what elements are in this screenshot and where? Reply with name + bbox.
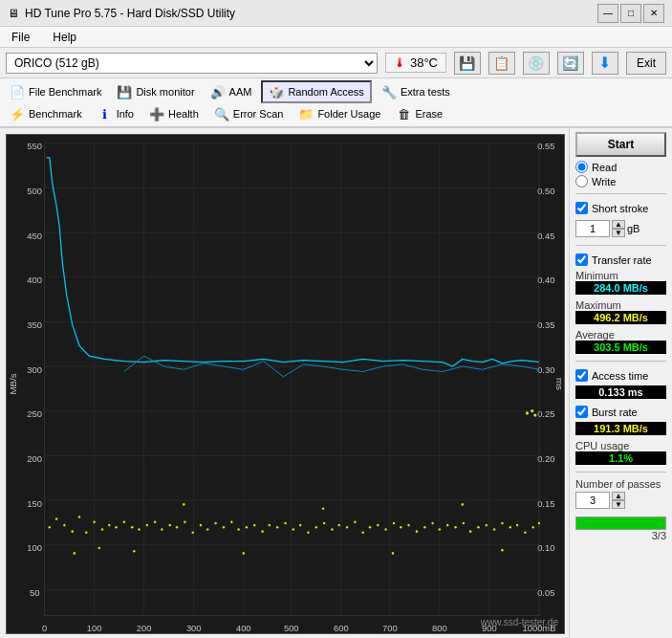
access-time-checkbox[interactable] xyxy=(575,369,588,382)
toolbar-erase[interactable]: 🗑 Erase xyxy=(390,104,448,123)
short-stroke-input[interactable] xyxy=(575,220,610,237)
svg-point-117 xyxy=(493,528,495,531)
svg-point-71 xyxy=(138,528,140,531)
spin-buttons: ▲ ▼ xyxy=(612,220,625,237)
minimize-button[interactable]: — xyxy=(597,4,618,23)
toolbar-info[interactable]: ℹ Info xyxy=(92,104,140,123)
svg-text:0: 0 xyxy=(42,623,47,633)
svg-text:200: 200 xyxy=(137,623,152,633)
short-stroke-spin-up[interactable]: ▲ xyxy=(612,220,625,229)
svg-point-135 xyxy=(533,413,536,416)
divider-4 xyxy=(575,472,666,473)
burst-rate-checkbox[interactable] xyxy=(575,406,588,418)
icon-btn-1[interactable]: 💾 xyxy=(454,52,481,75)
passes-spin-up[interactable]: ▲ xyxy=(612,492,625,500)
toolbar-folder-usage[interactable]: 📁 Folder Usage xyxy=(293,104,386,123)
svg-text:550: 550 xyxy=(27,141,42,151)
short-stroke-spin-down[interactable]: ▼ xyxy=(612,229,625,237)
short-stroke-check-label[interactable]: Short stroke xyxy=(575,202,666,214)
transfer-rate-check-label[interactable]: Transfer rate xyxy=(575,253,666,266)
svg-point-126 xyxy=(133,550,135,553)
icon-btn-2[interactable]: 📋 xyxy=(488,52,515,75)
write-label: Write xyxy=(592,176,616,187)
toolbar-random-access[interactable]: 🎲 Random Access xyxy=(261,80,371,103)
toolbar-error-scan-label: Error Scan xyxy=(233,108,284,120)
svg-text:0.50: 0.50 xyxy=(537,186,554,196)
toolbar: 📄 File Benchmark 💾 Disk monitor 🔊 AAM 🎲 … xyxy=(0,78,672,128)
device-selector[interactable]: ORICO (512 gB) xyxy=(6,53,378,74)
main-content: 550 500 450 400 350 300 250 200 150 100 … xyxy=(0,128,672,638)
icon-btn-5[interactable]: ⬇ xyxy=(592,52,618,75)
read-radio-label[interactable]: Read xyxy=(575,161,666,173)
access-time-value: 0.133 ms xyxy=(575,385,666,399)
svg-point-120 xyxy=(516,524,518,527)
svg-point-105 xyxy=(400,526,401,529)
toolbar-aam[interactable]: 🔊 AAM xyxy=(205,80,258,103)
passes-spin-row: ▲ ▼ xyxy=(575,492,666,509)
svg-point-72 xyxy=(146,524,148,527)
short-stroke-checkbox[interactable] xyxy=(575,202,588,214)
toolbar-benchmark[interactable]: ⚡ Benchmark xyxy=(4,104,88,123)
svg-point-99 xyxy=(354,521,356,524)
svg-text:0.25: 0.25 xyxy=(537,408,554,419)
svg-point-74 xyxy=(161,528,163,531)
chart-container: 550 500 450 400 350 300 250 200 150 100 … xyxy=(6,134,565,634)
passes-spin-buttons: ▲ ▼ xyxy=(612,492,625,509)
svg-point-93 xyxy=(307,531,309,534)
transfer-rate-checkbox[interactable] xyxy=(575,253,588,266)
svg-point-86 xyxy=(253,524,255,527)
toolbar-error-scan[interactable]: 🔍 Error Scan xyxy=(208,104,290,123)
svg-text:350: 350 xyxy=(27,319,42,330)
icon-btn-4[interactable]: 🔄 xyxy=(557,52,584,75)
start-button[interactable]: Start xyxy=(575,132,666,157)
toolbar-extra-tests[interactable]: 🔧 Extra tests xyxy=(376,80,456,103)
icon-btn-3[interactable]: 💿 xyxy=(523,52,550,75)
menu-help[interactable]: Help xyxy=(49,30,80,45)
close-button[interactable]: ✕ xyxy=(643,4,664,23)
exit-button[interactable]: Exit xyxy=(626,52,666,75)
svg-point-84 xyxy=(237,528,239,531)
passes-input[interactable] xyxy=(575,492,610,509)
write-radio[interactable] xyxy=(575,175,588,187)
svg-point-66 xyxy=(101,528,103,531)
svg-point-134 xyxy=(531,409,533,412)
access-time-check-label[interactable]: Access time xyxy=(575,369,666,382)
toolbar-disk-monitor-label: Disk monitor xyxy=(136,86,194,98)
svg-point-130 xyxy=(392,552,394,555)
svg-point-85 xyxy=(246,526,248,529)
toolbar-disk-monitor[interactable]: 💾 Disk monitor xyxy=(111,80,200,103)
svg-point-96 xyxy=(331,528,333,531)
title-bar-controls[interactable]: — □ ✕ xyxy=(597,4,664,23)
svg-rect-0 xyxy=(7,135,564,633)
info-icon: ℹ xyxy=(98,106,113,121)
svg-text:0.15: 0.15 xyxy=(537,497,554,508)
maximum-label: Maximum xyxy=(575,299,666,311)
svg-text:600: 600 xyxy=(334,623,349,633)
svg-point-122 xyxy=(531,526,533,529)
divider-3 xyxy=(575,361,666,362)
read-label: Read xyxy=(592,162,617,173)
read-radio[interactable] xyxy=(575,161,588,173)
svg-point-115 xyxy=(477,526,479,529)
svg-point-112 xyxy=(454,526,456,529)
svg-point-97 xyxy=(337,524,339,527)
svg-point-73 xyxy=(154,521,156,524)
maximize-button[interactable]: □ xyxy=(620,4,641,23)
svg-point-83 xyxy=(230,521,232,524)
menu-file[interactable]: File xyxy=(8,30,33,45)
svg-point-113 xyxy=(463,522,465,525)
cpu-usage-value: 1.1% xyxy=(575,451,666,465)
toolbar-extra-tests-label: Extra tests xyxy=(401,86,450,98)
svg-point-69 xyxy=(123,521,125,524)
toolbar-file-benchmark[interactable]: 📄 File Benchmark xyxy=(4,80,107,103)
write-radio-label[interactable]: Write xyxy=(575,175,666,187)
svg-point-64 xyxy=(85,531,87,534)
aam-icon: 🔊 xyxy=(210,84,226,99)
transfer-rate-label: Transfer rate xyxy=(592,254,652,266)
svg-text:450: 450 xyxy=(27,230,42,240)
burst-rate-check-label[interactable]: Burst rate xyxy=(575,406,666,418)
svg-point-132 xyxy=(501,549,503,552)
svg-text:500: 500 xyxy=(27,186,42,196)
toolbar-health[interactable]: ➕ Health xyxy=(143,104,205,123)
passes-spin-down[interactable]: ▼ xyxy=(612,500,625,509)
